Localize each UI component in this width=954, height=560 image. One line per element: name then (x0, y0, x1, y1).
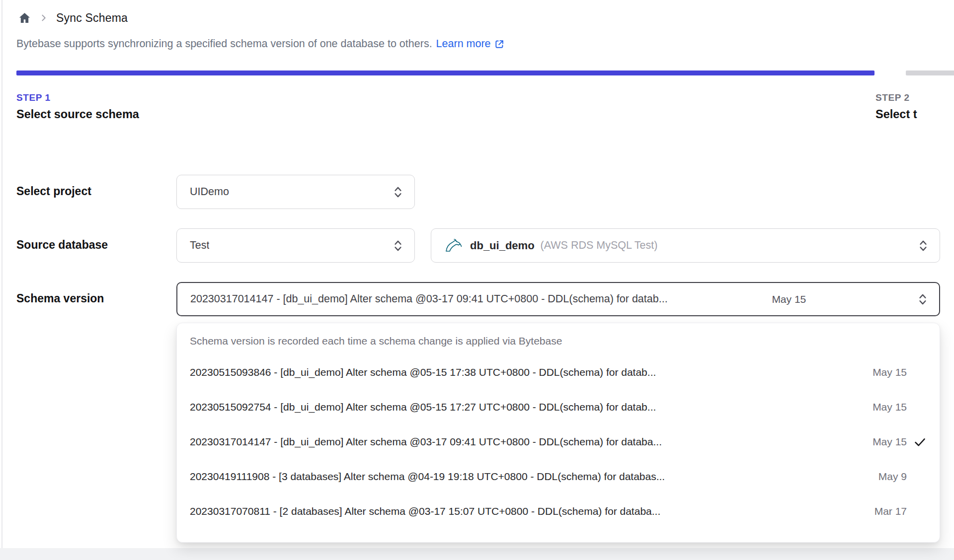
schema-version-option[interactable]: 20230515092754 - [db_ui_demo] Alter sche… (177, 390, 940, 424)
schema-version-select-value: 20230317014147 - [db_ui_demo] Alter sche… (190, 293, 668, 305)
option-date: May 9 (869, 471, 907, 483)
option-date: May 15 (863, 401, 907, 413)
step2-progress-bar (906, 70, 954, 75)
schema-version-label: Schema version (16, 292, 104, 305)
database-select-name: db_ui_demo (470, 239, 535, 252)
step2-title: Select t (875, 108, 917, 121)
select-project-label: Select project (16, 185, 91, 198)
option-date: Mar 17 (865, 505, 907, 517)
mysql-dolphin-icon (444, 238, 462, 253)
sync-schema-page: Sync Schema Bytebase supports synchroniz… (0, 0, 954, 560)
schema-version-select[interactable]: 20230317014147 - [db_ui_demo] Alter sche… (176, 282, 940, 316)
schema-version-option[interactable]: 20230419111908 - [3 databases] Alter sch… (177, 459, 940, 494)
step1-header: STEP 1 Select source schema (16, 92, 139, 121)
option-text: 20230515093846 - [db_ui_demo] Alter sche… (190, 366, 656, 378)
database-select[interactable]: db_ui_demo (AWS RDS MySQL Test) (431, 228, 940, 263)
home-icon[interactable] (18, 11, 31, 25)
option-text: 20230515092754 - [db_ui_demo] Alter sche… (190, 401, 656, 413)
select-stepper-icon (386, 185, 403, 199)
step2-header: STEP 2 Select t (875, 92, 917, 121)
step1-label: STEP 1 (16, 92, 139, 103)
environment-select-value: Test (190, 239, 209, 252)
select-stepper-icon (911, 239, 929, 253)
database-select-detail: (AWS RDS MySQL Test) (541, 239, 658, 252)
source-database-label: Source database (16, 238, 108, 252)
schema-version-hint: Schema version is recorded each time a s… (177, 323, 940, 347)
page-bottom-strip (0, 548, 954, 560)
schema-version-select-date: May 15 (772, 293, 806, 305)
check-icon (907, 435, 927, 449)
schema-version-option[interactable]: 20230317070811 - [2 databases] Alter sch… (177, 494, 940, 529)
step2-label: STEP 2 (875, 92, 917, 103)
option-date: May 15 (863, 366, 907, 378)
select-stepper-icon (910, 292, 928, 306)
schema-version-option[interactable]: 20230317014147 - [db_ui_demo] Alter sche… (177, 424, 940, 459)
option-text: 20230317070811 - [2 databases] Alter sch… (190, 505, 660, 517)
schema-version-option[interactable]: 20230515093846 - [db_ui_demo] Alter sche… (177, 355, 940, 390)
schema-version-options: 20230515093846 - [db_ui_demo] Alter sche… (177, 355, 940, 529)
step1-title: Select source schema (16, 108, 139, 121)
project-select-value: UIDemo (190, 186, 229, 198)
learn-more-label: Learn more (436, 38, 491, 50)
option-date: May 15 (863, 436, 907, 448)
learn-more-link[interactable]: Learn more (436, 38, 505, 50)
option-text: 20230419111908 - [3 databases] Alter sch… (190, 471, 665, 483)
step1-progress-bar (16, 70, 874, 75)
option-text: 20230317014147 - [db_ui_demo] Alter sche… (190, 436, 662, 448)
breadcrumb: Sync Schema (18, 8, 128, 28)
sidebar-edge-divider (1, 0, 2, 560)
intro-text: Bytebase supports synchronizing a specif… (16, 38, 432, 50)
select-stepper-icon (386, 239, 403, 253)
project-select[interactable]: UIDemo (176, 175, 415, 209)
environment-select[interactable]: Test (176, 228, 415, 263)
schema-version-dropdown: Schema version is recorded each time a s… (176, 323, 940, 543)
page-title: Sync Schema (56, 11, 128, 25)
external-link-icon (494, 39, 505, 50)
intro-description: Bytebase supports synchronizing a specif… (16, 38, 505, 50)
chevron-right-icon (40, 14, 48, 22)
